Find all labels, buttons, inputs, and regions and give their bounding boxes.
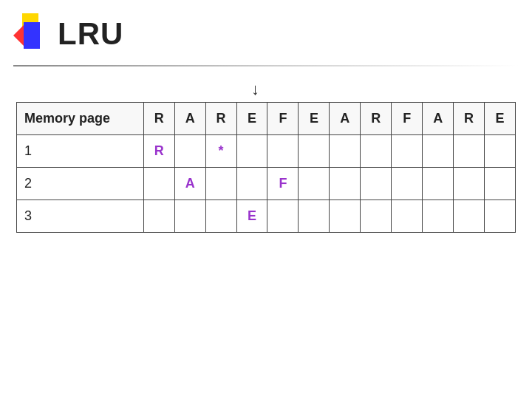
row-2-col-7 — [361, 168, 392, 200]
row-1-col-11 — [485, 135, 516, 168]
row-2-col-8 — [392, 168, 423, 200]
row-1-col-0: R — [143, 135, 174, 168]
row-2-col-11 — [485, 168, 516, 200]
row-2-col-9 — [423, 168, 454, 200]
logo-blue — [24, 22, 40, 49]
row-1-col-2: * — [205, 135, 236, 168]
col-header-0: R — [143, 103, 174, 135]
row-3-col-8 — [392, 200, 423, 233]
row-3-col-1 — [174, 200, 205, 233]
logo-decoration — [13, 13, 49, 55]
table-row: 2 A F — [17, 168, 516, 200]
row-3-col-5 — [299, 200, 330, 233]
row-1-col-8 — [392, 135, 423, 168]
row-1-col-7 — [361, 135, 392, 168]
row-1-col-4 — [267, 135, 299, 168]
table-row: 3 E — [17, 200, 516, 233]
row-1-col-1 — [174, 135, 205, 168]
row-2-label: 2 — [17, 168, 144, 200]
row-3-col-10 — [454, 200, 485, 233]
row-2-col-6 — [330, 168, 361, 200]
col-header-4: F — [267, 103, 299, 135]
row-3-col-7 — [361, 200, 392, 233]
row-1-col-9 — [423, 135, 454, 168]
row-3-col-9 — [423, 200, 454, 233]
table-header-row: Memory page R A R E F E A R F A R E — [17, 103, 516, 135]
col-header-3: E — [236, 103, 267, 135]
col-header-11: E — [485, 103, 516, 135]
row-2-col-0 — [143, 168, 174, 200]
row-1-col-5 — [299, 135, 330, 168]
row-2-col-10 — [454, 168, 485, 200]
row-3-col-11 — [485, 200, 516, 233]
row-2-col-1: A — [174, 168, 205, 200]
row-3-col-6 — [330, 200, 361, 233]
row-1-col-6 — [330, 135, 361, 168]
col-header-6: A — [330, 103, 361, 135]
col-header-1: A — [174, 103, 205, 135]
row-2-col-2 — [205, 168, 236, 200]
lru-table: Memory page R A R E F E A R F A R E 1 R … — [16, 102, 516, 233]
row-2-col-3 — [236, 168, 267, 200]
col-header-5: E — [299, 103, 330, 135]
row-1-label: 1 — [17, 135, 144, 168]
row-3-label: 3 — [17, 200, 144, 233]
row-2-col-4: F — [267, 168, 299, 200]
row-1-col-3 — [236, 135, 267, 168]
col-header-9: A — [423, 103, 454, 135]
divider — [13, 65, 519, 66]
col-header-10: R — [454, 103, 485, 135]
row-3-col-0 — [143, 200, 174, 233]
arrow-down-icon: ↓ — [251, 80, 259, 99]
row-1-col-10 — [454, 135, 485, 168]
header-label: Memory page — [17, 103, 144, 135]
row-3-col-2 — [205, 200, 236, 233]
col-header-7: R — [361, 103, 392, 135]
page-title: LRU — [58, 16, 123, 52]
table-row: 1 R * — [17, 135, 516, 168]
row-3-col-4 — [267, 200, 299, 233]
col-header-2: R — [205, 103, 236, 135]
col-header-8: F — [392, 103, 423, 135]
row-2-col-5 — [299, 168, 330, 200]
row-3-col-3: E — [236, 200, 267, 233]
